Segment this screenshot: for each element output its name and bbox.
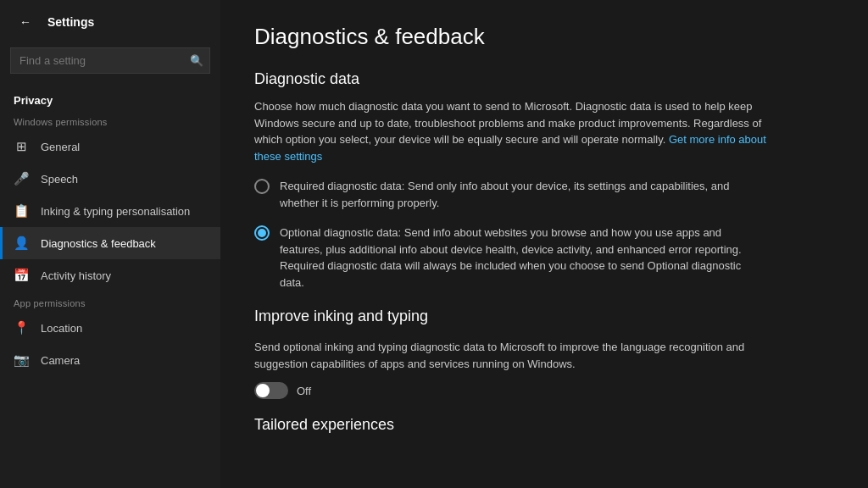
page-title: Diagnostics & feedback bbox=[254, 24, 834, 50]
sidebar-item-label: Camera bbox=[41, 354, 80, 367]
sidebar-item-general[interactable]: ⊞ General bbox=[0, 130, 220, 163]
app-permissions-label: App permissions bbox=[0, 291, 220, 312]
sidebar-item-label: Speech bbox=[41, 173, 78, 186]
sidebar-item-label: General bbox=[41, 141, 80, 153]
optional-radio[interactable] bbox=[254, 225, 270, 241]
required-option-label: Required diagnostic data: Send only info… bbox=[280, 178, 754, 211]
improve-inking-description: Send optional inking and typing diagnost… bbox=[254, 339, 780, 372]
general-icon: ⊞ bbox=[14, 139, 29, 154]
back-icon: ← bbox=[19, 15, 31, 29]
back-button[interactable]: ← bbox=[14, 10, 37, 34]
sidebar: ← Settings 🔍 Privacy Windows permissions… bbox=[0, 0, 220, 488]
tailored-experiences-title: Tailored experiences bbox=[254, 416, 834, 434]
sidebar-title: Settings bbox=[47, 15, 94, 29]
speech-icon: 🎤 bbox=[14, 171, 29, 186]
sidebar-item-speech[interactable]: 🎤 Speech bbox=[0, 163, 220, 195]
sidebar-item-label: Inking & typing personalisation bbox=[41, 205, 190, 218]
sidebar-item-label: Location bbox=[41, 322, 82, 335]
diagnostic-options: Required diagnostic data: Send only info… bbox=[254, 178, 834, 291]
sidebar-item-activity[interactable]: 📅 Activity history bbox=[0, 259, 220, 291]
sidebar-item-diagnostics[interactable]: 👤 Diagnostics & feedback bbox=[0, 227, 220, 259]
optional-option[interactable]: Optional diagnostic data: Send info abou… bbox=[254, 225, 834, 291]
sidebar-item-camera[interactable]: 📷 Camera bbox=[0, 344, 220, 376]
location-icon: 📍 bbox=[14, 320, 29, 336]
main-content: Diagnostics & feedback Diagnostic data C… bbox=[220, 0, 868, 488]
radio-fill bbox=[258, 229, 266, 237]
search-box: 🔍 bbox=[10, 47, 210, 74]
required-radio[interactable] bbox=[254, 179, 270, 194]
diagnostic-data-description: Choose how much diagnostic data you want… bbox=[254, 98, 780, 164]
activity-icon: 📅 bbox=[14, 268, 29, 283]
optional-option-label: Optional diagnostic data: Send info abou… bbox=[280, 225, 754, 291]
required-option[interactable]: Required diagnostic data: Send only info… bbox=[254, 178, 834, 211]
inking-toggle[interactable] bbox=[254, 382, 288, 399]
search-icon: 🔍 bbox=[190, 54, 203, 67]
sidebar-item-label: Activity history bbox=[41, 269, 111, 282]
windows-permissions-label: Windows permissions bbox=[0, 110, 220, 130]
diagnostics-icon: 👤 bbox=[14, 236, 29, 251]
inking-toggle-label: Off bbox=[297, 385, 311, 397]
sidebar-header: ← Settings bbox=[0, 0, 220, 44]
improve-inking-title: Improve inking and typing bbox=[254, 308, 834, 325]
sidebar-item-label: Diagnostics & feedback bbox=[41, 237, 156, 250]
camera-icon: 📷 bbox=[14, 352, 29, 368]
inking-icon: 📋 bbox=[14, 203, 29, 219]
privacy-label: Privacy bbox=[0, 84, 220, 110]
search-input[interactable] bbox=[10, 47, 210, 74]
inking-toggle-row: Off bbox=[254, 382, 834, 399]
sidebar-item-inking[interactable]: 📋 Inking & typing personalisation bbox=[0, 195, 220, 227]
diagnostic-data-title: Diagnostic data bbox=[254, 70, 834, 88]
sidebar-item-location[interactable]: 📍 Location bbox=[0, 312, 220, 344]
toggle-knob bbox=[256, 384, 270, 397]
